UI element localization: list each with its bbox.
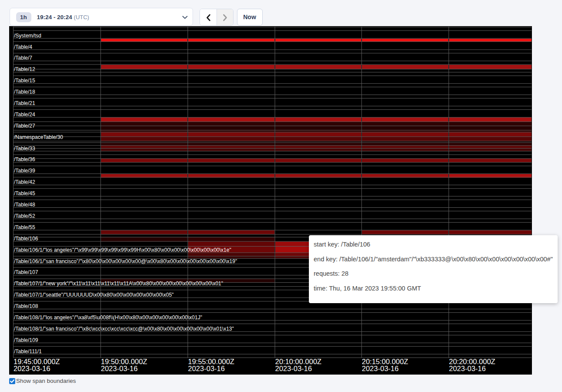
svg-text:/Table/24: /Table/24: [14, 112, 35, 118]
svg-text:/Table/107/1/"new york"/"\x11\: /Table/107/1/"new york"/"\x11\x11\x11\x1…: [14, 280, 223, 287]
svg-text:/Table/109: /Table/109: [14, 337, 38, 343]
svg-text:/Table/33: /Table/33: [14, 145, 35, 152]
svg-text:/Table/12: /Table/12: [14, 66, 35, 72]
svg-text:/Table/45: /Table/45: [14, 190, 35, 196]
svg-text:/Table/107: /Table/107: [14, 269, 38, 275]
svg-text:/Table/108/1/"san francisco"/": /Table/108/1/"san francisco"/"\x8c\xcc\x…: [14, 326, 234, 332]
svg-text:/Table/55: /Table/55: [14, 224, 35, 230]
svg-text:2023-03-16: 2023-03-16: [101, 365, 138, 372]
svg-text:2023-03-16: 2023-03-16: [188, 365, 225, 372]
svg-text:/Table/111/1: /Table/111/1: [14, 348, 42, 355]
svg-text:/Table/39: /Table/39: [14, 168, 35, 174]
svg-text:/Table/48: /Table/48: [14, 202, 35, 208]
svg-text:/Table/7: /Table/7: [14, 55, 32, 61]
svg-text:/Table/106/1/"san francisco"/": /Table/106/1/"san francisco"/"\x80\x00\x…: [14, 258, 237, 264]
svg-text:/Table/21: /Table/21: [14, 100, 35, 106]
svg-text:/Table/42: /Table/42: [14, 179, 35, 185]
svg-text:/NamespaceTable/30: /NamespaceTable/30: [14, 134, 63, 140]
svg-text:/Table/108/1/"los angeles"/"\x: /Table/108/1/"los angeles"/"\xa8\xf5\u00…: [14, 314, 202, 321]
svg-text:/Table/4: /Table/4: [14, 44, 32, 50]
svg-text:/Table/27: /Table/27: [14, 123, 35, 129]
svg-text:/Table/52: /Table/52: [14, 213, 35, 219]
svg-text:2023-03-16: 2023-03-16: [362, 365, 399, 372]
svg-text:/Table/107/1/"seattle"/"UUUUUU: /Table/107/1/"seattle"/"UUUUUUD\x00\x80\…: [14, 292, 174, 298]
svg-text:/System/tsd: /System/tsd: [14, 33, 41, 39]
svg-text:/Table/36: /Table/36: [14, 156, 35, 162]
svg-text:/Table/15: /Table/15: [14, 78, 35, 84]
svg-text:/Table/108: /Table/108: [14, 303, 38, 309]
svg-text:/Table/18: /Table/18: [14, 89, 35, 95]
svg-text:2023-03-16: 2023-03-16: [449, 365, 486, 372]
svg-text:/Table/106/1/"los angeles"/"\x: /Table/106/1/"los angeles"/"\x99\x99\x99…: [14, 247, 231, 253]
svg-text:2023-03-16: 2023-03-16: [14, 365, 50, 372]
svg-text:2023-03-16: 2023-03-16: [275, 365, 312, 372]
svg-text:/Table/106: /Table/106: [14, 236, 38, 242]
